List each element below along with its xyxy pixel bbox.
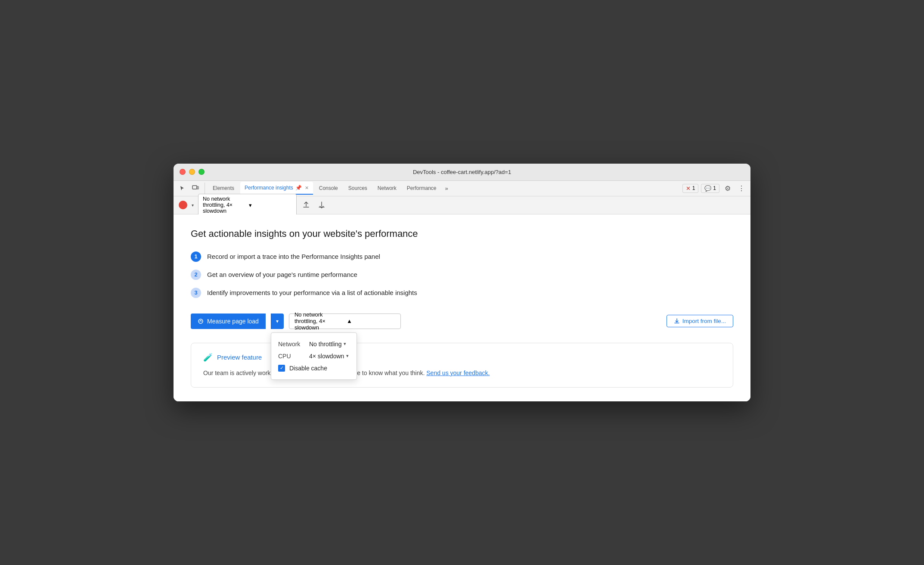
tab-network[interactable]: Network bbox=[373, 182, 401, 195]
tab-sources[interactable]: Sources bbox=[344, 182, 372, 195]
more-options-icon[interactable]: ⋮ bbox=[736, 183, 747, 194]
record-button[interactable] bbox=[179, 201, 187, 209]
preview-feature-title: Preview feature bbox=[217, 354, 262, 361]
traffic-lights bbox=[180, 169, 205, 175]
pin-icon: 📌 bbox=[295, 185, 302, 191]
upload-button[interactable] bbox=[300, 199, 312, 211]
device-icon[interactable] bbox=[190, 183, 201, 194]
tab-right-actions: ✕ 1 💬 1 ⚙ ⋮ bbox=[682, 183, 747, 194]
measure-dropdown-arrow[interactable]: ▾ bbox=[271, 314, 284, 329]
devtools-container: Elements Performance insights 📌 ✕ Consol… bbox=[174, 181, 750, 401]
cpu-row: CPU 4× slowdown ▾ bbox=[278, 350, 350, 362]
step-text-2: Get an overview of your page's runtime p… bbox=[207, 271, 357, 278]
throttle-select-arrow: ▾ bbox=[249, 202, 292, 208]
tab-performance[interactable]: Performance bbox=[403, 182, 441, 195]
maximize-button[interactable] bbox=[198, 169, 205, 175]
step-text-3: Identify improvements to your performanc… bbox=[207, 289, 417, 296]
main-title: Get actionable insights on your website'… bbox=[191, 228, 733, 239]
window-title: DevTools - coffee-cart.netlify.app/?ad=1 bbox=[413, 169, 511, 175]
toolbar-throttle-select[interactable]: No network throttling, 4× slowdown ▾ bbox=[198, 194, 297, 216]
cpu-label: CPU bbox=[278, 353, 304, 360]
measure-page-load-button[interactable]: Measure page load bbox=[191, 314, 266, 329]
messages-badge[interactable]: 💬 1 bbox=[701, 184, 719, 193]
import-button-label: Import from file... bbox=[682, 318, 726, 324]
more-tabs-button[interactable]: » bbox=[443, 185, 451, 192]
cpu-dropdown-arrow: ▾ bbox=[346, 353, 349, 359]
toolbar: ▾ No network throttling, 4× slowdown ▾ bbox=[174, 196, 750, 214]
browser-window: DevTools - coffee-cart.netlify.app/?ad=1… bbox=[174, 164, 750, 401]
minimize-button[interactable] bbox=[189, 169, 195, 175]
steps-list: 1 Record or import a trace into the Perf… bbox=[191, 251, 733, 298]
tab-console[interactable]: Console bbox=[315, 182, 342, 195]
flask-icon: 🧪 bbox=[203, 353, 213, 362]
settings-icon[interactable]: ⚙ bbox=[722, 183, 733, 194]
tab-performance-insights[interactable]: Performance insights 📌 ✕ bbox=[240, 182, 313, 195]
network-label: Network bbox=[278, 341, 304, 348]
tab-icons bbox=[177, 183, 205, 194]
step-text-1: Record or import a trace into the Perfor… bbox=[207, 253, 380, 260]
errors-badge[interactable]: ✕ 1 bbox=[682, 184, 699, 193]
record-dropdown-arrow[interactable]: ▾ bbox=[191, 202, 195, 208]
svg-rect-1 bbox=[197, 186, 198, 189]
network-dropdown-arrow: ▾ bbox=[344, 341, 346, 347]
step-item-2: 2 Get an overview of your page's runtime… bbox=[191, 270, 733, 280]
step-number-3: 3 bbox=[191, 288, 201, 298]
main-content: Get actionable insights on your website'… bbox=[174, 214, 750, 401]
import-from-file-button[interactable]: Import from file... bbox=[667, 315, 733, 327]
step-item-1: 1 Record or import a trace into the Perf… bbox=[191, 251, 733, 262]
measure-throttle-select[interactable]: No network throttling, 4× slowdown ▲ bbox=[289, 314, 401, 329]
message-icon: 💬 bbox=[704, 185, 711, 192]
close-button[interactable] bbox=[180, 169, 186, 175]
step-item-3: 3 Identify improvements to your performa… bbox=[191, 288, 733, 298]
measure-button-label: Measure page load bbox=[207, 318, 259, 325]
tab-elements[interactable]: Elements bbox=[208, 182, 239, 195]
error-icon: ✕ bbox=[686, 185, 691, 192]
cursor-icon[interactable] bbox=[177, 183, 188, 194]
disable-cache-label: Disable cache bbox=[289, 365, 327, 372]
network-row: Network No throttling ▾ bbox=[278, 338, 350, 350]
network-select[interactable]: No throttling ▾ bbox=[309, 341, 346, 348]
svg-rect-0 bbox=[192, 186, 197, 189]
disable-cache-row[interactable]: ✓ Disable cache bbox=[278, 362, 350, 374]
action-row: Measure page load ▾ No network throttlin… bbox=[191, 314, 733, 329]
throttle-dropdown-popup: Network No throttling ▾ CPU 4× slowdown … bbox=[271, 332, 357, 380]
disable-cache-checkbox[interactable]: ✓ bbox=[278, 365, 285, 372]
feedback-link[interactable]: Send us your feedback. bbox=[426, 369, 490, 376]
download-button[interactable] bbox=[316, 199, 328, 211]
tab-close-icon[interactable]: ✕ bbox=[305, 185, 309, 191]
cpu-select[interactable]: 4× slowdown ▾ bbox=[309, 353, 349, 360]
step-number-1: 1 bbox=[191, 251, 201, 262]
step-number-2: 2 bbox=[191, 270, 201, 280]
titlebar: DevTools - coffee-cart.netlify.app/?ad=1 bbox=[174, 164, 750, 181]
measure-select-arrow: ▲ bbox=[347, 318, 395, 324]
